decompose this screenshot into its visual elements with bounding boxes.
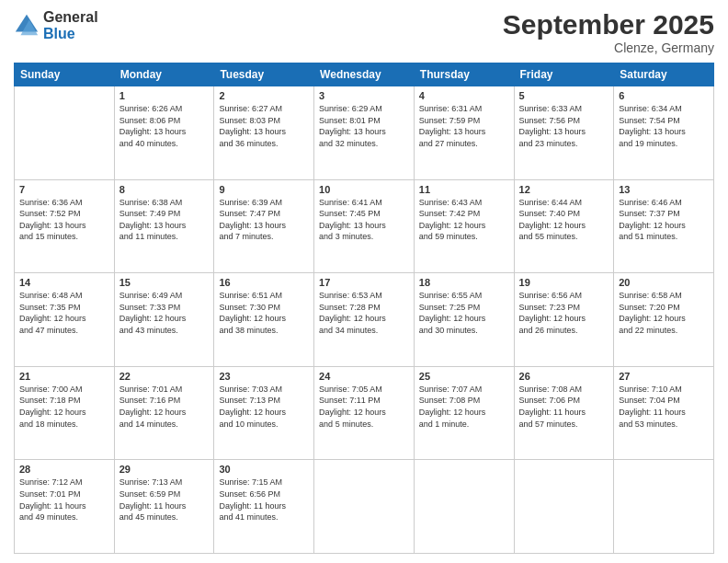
day-info: Sunrise: 7:08 AM Sunset: 7:06 PM Dayligh… bbox=[519, 384, 609, 430]
calendar-cell: 24Sunrise: 7:05 AM Sunset: 7:11 PM Dayli… bbox=[314, 366, 415, 460]
calendar-cell: 25Sunrise: 7:07 AM Sunset: 7:08 PM Dayli… bbox=[414, 366, 514, 460]
calendar-cell: 26Sunrise: 7:08 AM Sunset: 7:06 PM Dayli… bbox=[514, 366, 614, 460]
calendar-cell bbox=[314, 460, 415, 554]
week-row-4: 21Sunrise: 7:00 AM Sunset: 7:18 PM Dayli… bbox=[15, 366, 714, 460]
logo-blue-text: Blue bbox=[43, 26, 98, 42]
day-info: Sunrise: 6:46 AM Sunset: 7:37 PM Dayligh… bbox=[619, 197, 709, 243]
day-number: 30 bbox=[219, 464, 309, 475]
day-info: Sunrise: 6:34 AM Sunset: 7:54 PM Dayligh… bbox=[619, 103, 709, 149]
day-info: Sunrise: 6:51 AM Sunset: 7:30 PM Dayligh… bbox=[219, 290, 309, 336]
calendar-header-row: SundayMondayTuesdayWednesdayThursdayFrid… bbox=[15, 63, 714, 86]
calendar-cell: 8Sunrise: 6:38 AM Sunset: 7:49 PM Daylig… bbox=[114, 179, 214, 273]
logo-text: General Blue bbox=[43, 9, 98, 41]
day-of-week-thursday: Thursday bbox=[414, 63, 514, 86]
day-of-week-monday: Monday bbox=[114, 63, 214, 86]
day-number: 15 bbox=[119, 277, 210, 288]
calendar-cell: 13Sunrise: 6:46 AM Sunset: 7:37 PM Dayli… bbox=[614, 179, 714, 273]
day-number: 22 bbox=[119, 371, 210, 382]
day-number: 5 bbox=[519, 90, 609, 101]
logo-icon bbox=[14, 13, 40, 39]
header: General Blue September 2025 Clenze, Germ… bbox=[14, 9, 714, 55]
calendar-cell: 5Sunrise: 6:33 AM Sunset: 7:56 PM Daylig… bbox=[514, 86, 614, 180]
calendar-cell: 10Sunrise: 6:41 AM Sunset: 7:45 PM Dayli… bbox=[314, 179, 415, 273]
logo: General Blue bbox=[14, 9, 98, 41]
day-number: 10 bbox=[319, 184, 409, 195]
week-row-2: 7Sunrise: 6:36 AM Sunset: 7:52 PM Daylig… bbox=[15, 179, 714, 273]
calendar-cell bbox=[414, 460, 514, 554]
day-of-week-saturday: Saturday bbox=[614, 63, 714, 86]
day-info: Sunrise: 6:29 AM Sunset: 8:01 PM Dayligh… bbox=[319, 103, 409, 149]
calendar-cell: 9Sunrise: 6:39 AM Sunset: 7:47 PM Daylig… bbox=[214, 179, 314, 273]
day-info: Sunrise: 6:48 AM Sunset: 7:35 PM Dayligh… bbox=[19, 290, 109, 336]
day-number: 21 bbox=[19, 371, 109, 382]
calendar-cell bbox=[15, 86, 115, 180]
day-number: 25 bbox=[419, 371, 509, 382]
day-number: 16 bbox=[219, 277, 309, 288]
day-number: 27 bbox=[619, 371, 709, 382]
day-info: Sunrise: 7:05 AM Sunset: 7:11 PM Dayligh… bbox=[319, 384, 409, 430]
day-info: Sunrise: 6:31 AM Sunset: 7:59 PM Dayligh… bbox=[419, 103, 509, 149]
day-number: 13 bbox=[619, 184, 709, 195]
day-number: 23 bbox=[219, 371, 309, 382]
day-of-week-friday: Friday bbox=[514, 63, 614, 86]
day-number: 28 bbox=[19, 464, 109, 475]
day-number: 19 bbox=[519, 277, 609, 288]
day-info: Sunrise: 6:38 AM Sunset: 7:49 PM Dayligh… bbox=[119, 197, 210, 243]
calendar-cell: 4Sunrise: 6:31 AM Sunset: 7:59 PM Daylig… bbox=[414, 86, 514, 180]
month-title: September 2025 bbox=[503, 9, 714, 40]
day-number: 20 bbox=[619, 277, 709, 288]
day-of-week-wednesday: Wednesday bbox=[314, 63, 415, 86]
calendar-cell: 18Sunrise: 6:55 AM Sunset: 7:25 PM Dayli… bbox=[414, 273, 514, 367]
day-info: Sunrise: 7:15 AM Sunset: 6:56 PM Dayligh… bbox=[219, 477, 309, 523]
calendar-cell: 28Sunrise: 7:12 AM Sunset: 7:01 PM Dayli… bbox=[15, 460, 115, 554]
day-info: Sunrise: 7:00 AM Sunset: 7:18 PM Dayligh… bbox=[19, 384, 109, 430]
day-info: Sunrise: 6:53 AM Sunset: 7:28 PM Dayligh… bbox=[319, 290, 409, 336]
day-number: 7 bbox=[19, 184, 109, 195]
calendar-cell: 23Sunrise: 7:03 AM Sunset: 7:13 PM Dayli… bbox=[214, 366, 314, 460]
day-info: Sunrise: 7:10 AM Sunset: 7:04 PM Dayligh… bbox=[619, 384, 709, 430]
day-of-week-sunday: Sunday bbox=[15, 63, 115, 86]
week-row-3: 14Sunrise: 6:48 AM Sunset: 7:35 PM Dayli… bbox=[15, 273, 714, 367]
day-number: 2 bbox=[219, 90, 309, 101]
calendar-cell: 29Sunrise: 7:13 AM Sunset: 6:59 PM Dayli… bbox=[114, 460, 214, 554]
day-info: Sunrise: 7:03 AM Sunset: 7:13 PM Dayligh… bbox=[219, 384, 309, 430]
day-info: Sunrise: 6:43 AM Sunset: 7:42 PM Dayligh… bbox=[419, 197, 509, 243]
day-number: 1 bbox=[119, 90, 210, 101]
calendar-cell bbox=[514, 460, 614, 554]
day-info: Sunrise: 6:26 AM Sunset: 8:06 PM Dayligh… bbox=[119, 103, 210, 149]
calendar-cell: 30Sunrise: 7:15 AM Sunset: 6:56 PM Dayli… bbox=[214, 460, 314, 554]
page: General Blue September 2025 Clenze, Germ… bbox=[0, 0, 728, 563]
day-number: 6 bbox=[619, 90, 709, 101]
calendar-cell: 7Sunrise: 6:36 AM Sunset: 7:52 PM Daylig… bbox=[15, 179, 115, 273]
calendar-cell: 1Sunrise: 6:26 AM Sunset: 8:06 PM Daylig… bbox=[114, 86, 214, 180]
day-info: Sunrise: 6:33 AM Sunset: 7:56 PM Dayligh… bbox=[519, 103, 609, 149]
calendar-cell: 3Sunrise: 6:29 AM Sunset: 8:01 PM Daylig… bbox=[314, 86, 415, 180]
day-number: 4 bbox=[419, 90, 509, 101]
calendar-cell: 21Sunrise: 7:00 AM Sunset: 7:18 PM Dayli… bbox=[15, 366, 115, 460]
day-number: 18 bbox=[419, 277, 509, 288]
calendar-cell: 12Sunrise: 6:44 AM Sunset: 7:40 PM Dayli… bbox=[514, 179, 614, 273]
calendar-cell: 16Sunrise: 6:51 AM Sunset: 7:30 PM Dayli… bbox=[214, 273, 314, 367]
day-info: Sunrise: 6:41 AM Sunset: 7:45 PM Dayligh… bbox=[319, 197, 409, 243]
day-info: Sunrise: 6:55 AM Sunset: 7:25 PM Dayligh… bbox=[419, 290, 509, 336]
day-number: 26 bbox=[519, 371, 609, 382]
calendar-cell: 11Sunrise: 6:43 AM Sunset: 7:42 PM Dayli… bbox=[414, 179, 514, 273]
calendar-cell: 20Sunrise: 6:58 AM Sunset: 7:20 PM Dayli… bbox=[614, 273, 714, 367]
day-number: 14 bbox=[19, 277, 109, 288]
day-number: 3 bbox=[319, 90, 409, 101]
calendar-cell: 6Sunrise: 6:34 AM Sunset: 7:54 PM Daylig… bbox=[614, 86, 714, 180]
day-number: 29 bbox=[119, 464, 210, 475]
calendar-cell: 19Sunrise: 6:56 AM Sunset: 7:23 PM Dayli… bbox=[514, 273, 614, 367]
day-number: 12 bbox=[519, 184, 609, 195]
calendar: SundayMondayTuesdayWednesdayThursdayFrid… bbox=[14, 63, 714, 554]
day-number: 9 bbox=[219, 184, 309, 195]
day-info: Sunrise: 7:13 AM Sunset: 6:59 PM Dayligh… bbox=[119, 477, 210, 523]
day-number: 8 bbox=[119, 184, 210, 195]
week-row-5: 28Sunrise: 7:12 AM Sunset: 7:01 PM Dayli… bbox=[15, 460, 714, 554]
day-info: Sunrise: 6:56 AM Sunset: 7:23 PM Dayligh… bbox=[519, 290, 609, 336]
day-number: 11 bbox=[419, 184, 509, 195]
calendar-cell: 17Sunrise: 6:53 AM Sunset: 7:28 PM Dayli… bbox=[314, 273, 415, 367]
day-info: Sunrise: 6:49 AM Sunset: 7:33 PM Dayligh… bbox=[119, 290, 210, 336]
day-info: Sunrise: 6:39 AM Sunset: 7:47 PM Dayligh… bbox=[219, 197, 309, 243]
day-of-week-tuesday: Tuesday bbox=[214, 63, 314, 86]
